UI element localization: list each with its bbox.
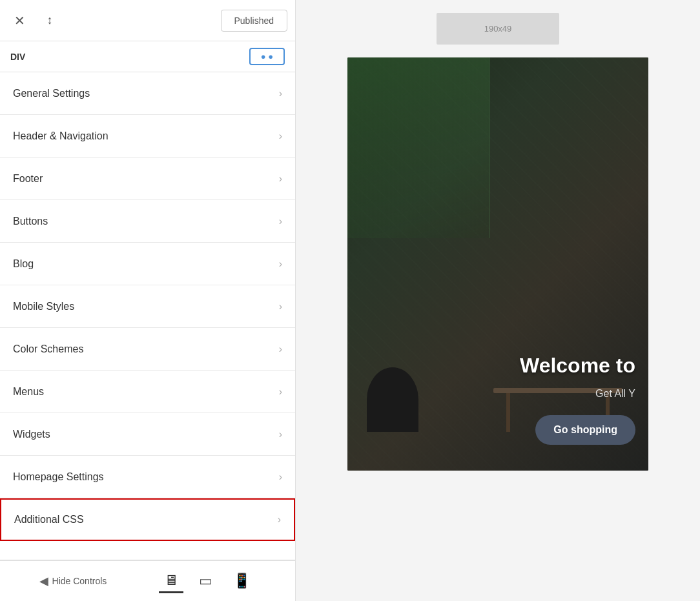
bottom-bar: ◀ Hide Controls 🖥 ▭ 📱 (0, 560, 295, 601)
menu-item-color-schemes[interactable]: Color Schemes› (0, 328, 295, 371)
hero-content: Welcome to Get All Y Go shopping (347, 354, 648, 471)
chevron-right-icon: › (279, 386, 282, 398)
chevron-right-icon: › (279, 258, 282, 270)
close-icon: ✕ (14, 13, 25, 28)
menu-item-widgets[interactable]: Widgets› (0, 413, 295, 456)
mobile-view-button[interactable]: 📱 (228, 570, 256, 592)
hero-title: Welcome to (520, 354, 635, 378)
toolbar: ✕ ↕ Published (0, 0, 295, 41)
menu-item-header-navigation[interactable]: Header & Navigation› (0, 115, 295, 158)
div-options-icon: ● ● (261, 52, 273, 61)
div-row: DIV ● ● (0, 41, 295, 72)
logo-placeholder: 190x49 (437, 13, 559, 45)
menu-item-label-widgets: Widgets (13, 429, 279, 440)
sort-icon: ↕ (47, 14, 53, 27)
chevron-right-icon: › (278, 514, 281, 525)
mobile-icon: 📱 (233, 573, 251, 589)
chevron-right-icon: › (279, 216, 282, 227)
desktop-view-button[interactable]: 🖥 (159, 569, 183, 593)
right-panel: 190x49 Welcome to Get All Y Go shopping (296, 0, 700, 601)
hide-controls-button[interactable]: ◀ Hide Controls (39, 574, 107, 588)
menu-item-label-mobile-styles: Mobile Styles (13, 301, 279, 312)
chevron-right-icon: › (279, 429, 282, 440)
menu-item-label-buttons: Buttons (13, 216, 279, 227)
chevron-right-icon: › (279, 88, 282, 99)
menu-item-general-settings[interactable]: General Settings› (0, 72, 295, 115)
hero-window-light (347, 57, 489, 238)
chevron-right-icon: › (279, 173, 282, 185)
menu-item-mobile-styles[interactable]: Mobile Styles› (0, 285, 295, 328)
menu-item-label-blog: Blog (13, 258, 279, 270)
published-button[interactable]: Published (221, 10, 288, 32)
menu-item-menus[interactable]: Menus› (0, 371, 295, 413)
menu-item-label-menus: Menus (13, 386, 279, 398)
div-options-button[interactable]: ● ● (249, 48, 285, 65)
hero-image: Welcome to Get All Y Go shopping (347, 57, 648, 471)
menu-item-label-color-schemes: Color Schemes (13, 343, 279, 355)
chevron-right-icon: › (279, 343, 282, 355)
chevron-right-icon: › (279, 471, 282, 483)
menu-item-homepage-settings[interactable]: Homepage Settings› (0, 456, 295, 498)
menu-item-label-homepage-settings: Homepage Settings (13, 471, 279, 483)
menu-item-label-footer: Footer (13, 173, 279, 185)
menu-item-footer[interactable]: Footer› (0, 158, 295, 200)
left-panel: ✕ ↕ Published DIV ● ● General Settings›H… (0, 0, 296, 601)
menu-list: General Settings›Header & Navigation›Foo… (0, 72, 295, 560)
hero-subtitle: Get All Y (595, 388, 635, 400)
tablet-view-button[interactable]: ▭ (194, 570, 218, 592)
view-mode-icons: 🖥 ▭ 📱 (159, 569, 256, 593)
close-button[interactable]: ✕ (8, 9, 31, 32)
sort-button[interactable]: ↕ (36, 9, 63, 32)
tablet-icon: ▭ (199, 573, 212, 589)
arrow-left-icon: ◀ (39, 574, 48, 588)
menu-item-additional-css[interactable]: Additional CSS› (0, 498, 295, 541)
desktop-icon: 🖥 (164, 572, 178, 588)
chevron-right-icon: › (279, 130, 282, 142)
hide-controls-label: Hide Controls (52, 576, 107, 586)
menu-item-label-additional-css: Additional CSS (14, 514, 278, 525)
menu-item-blog[interactable]: Blog› (0, 243, 295, 285)
menu-item-label-header-navigation: Header & Navigation (13, 130, 279, 142)
chevron-right-icon: › (279, 301, 282, 312)
menu-item-label-general-settings: General Settings (13, 88, 279, 99)
div-label: DIV (10, 52, 249, 62)
menu-item-buttons[interactable]: Buttons› (0, 200, 295, 243)
hero-cta-button[interactable]: Go shopping (535, 415, 635, 445)
